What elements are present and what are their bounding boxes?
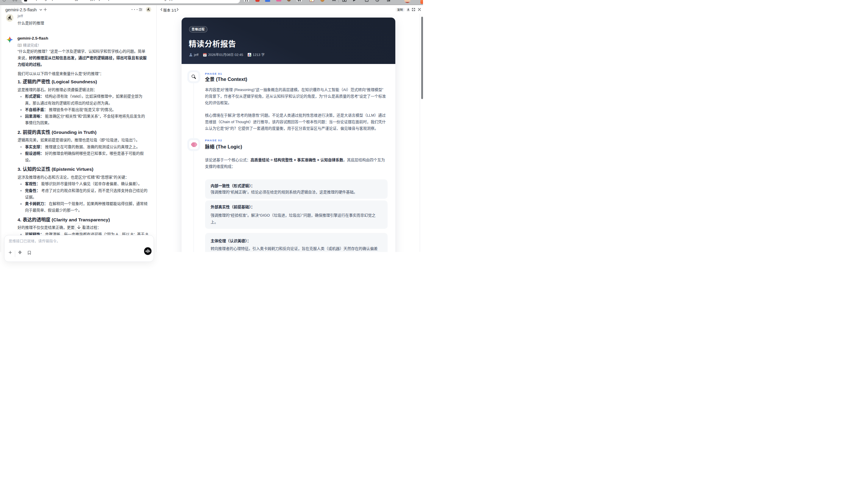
svg-text:17: 17 (204, 54, 206, 56)
